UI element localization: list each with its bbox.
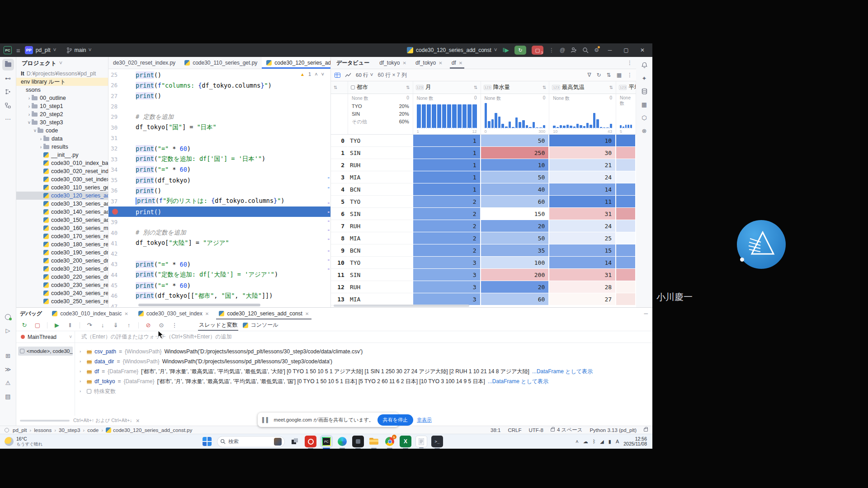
rerun-icon[interactable]: ↻ [21,322,28,328]
index-column-header[interactable]: ⇅ [331,81,348,94]
tree-item[interactable]: ssons [16,86,108,94]
tree-item[interactable]: ˅code [16,127,108,135]
tree-item[interactable]: ›00_outline [16,94,108,102]
table-row[interactable]: 8MIA25025 [331,232,636,244]
close-tab-icon[interactable]: ✕ [403,61,406,66]
rerun-debug-button[interactable]: ↻ [514,46,526,55]
tree-item[interactable]: code30_220_series_drop_inplace.py [16,273,108,281]
ai-assistant-button[interactable]: ✦ [639,73,649,83]
more-tools-button[interactable]: ⋯ [2,113,14,125]
line-number[interactable]: 28 [108,103,136,110]
tree-chevron-icon[interactable]: › [27,96,32,101]
stop-button[interactable]: ▢3 [532,46,543,55]
frames-scrollbar[interactable] [20,420,70,422]
tree-item[interactable]: code30_010_index_basic.py [16,159,108,167]
add-user-icon[interactable] [571,47,577,53]
branch-widget[interactable]: main ˅ [67,47,91,53]
gradle-button[interactable]: ⬡ [639,113,649,122]
refresh-icon[interactable]: ↻ [597,72,601,78]
variable-row[interactable]: ›data_dir={WindowsPath}WindowsPath('D:/p… [75,357,652,366]
variable-row[interactable]: ›csv_path={WindowsPath}WindowsPath('D:/p… [75,347,652,357]
variable-row[interactable]: ›df={DataFrame}['都市', '月', '降水量', '最高気温'… [75,366,652,376]
close-button[interactable]: ✕ [637,47,648,53]
project-tool-button[interactable] [2,59,14,70]
row-count-select[interactable]: 60 行 ˅ [356,72,373,79]
tree-item[interactable]: code30_160_series_modify.py [16,224,108,232]
show-as-dataframe-link[interactable]: ...DataFrame として表示 [488,378,548,385]
column-header[interactable]: 123月⇅ [413,81,481,94]
write-lock-icon[interactable] [644,428,648,432]
sort-icon[interactable]: ⇅ [609,85,613,90]
code-with-me-icon[interactable]: @ [560,47,565,53]
pycharm-logo-icon[interactable]: PC [4,46,12,54]
editor-error-stripe[interactable] [328,70,330,307]
show-as-dataframe-link[interactable]: ...DataFrame として表示 [532,368,593,375]
step-into-icon[interactable]: ↓ [99,322,106,328]
dataview-horizontal-scrollbar[interactable] [334,305,469,307]
line-number[interactable]: 37 [108,198,136,205]
close-tab-icon[interactable]: ✕ [305,311,309,316]
breadcrumb-item[interactable]: lessons [34,427,52,433]
hint-close-icon[interactable]: ✕ [136,418,140,423]
frame-item[interactable]: <module>, code30_120_se [18,347,73,356]
minimize-button[interactable]: ─ [604,47,615,53]
tree-chevron-icon[interactable]: › [27,112,32,117]
tree-item[interactable]: code30_180_series_rename_multi.py [16,240,108,249]
table-row[interactable]: 6SIN215031 [331,208,636,220]
tree-item[interactable]: code30_210_series_drop_multi.py [16,265,108,273]
run-config-selector[interactable]: code30_120_series_add_const ˅ [407,47,497,53]
close-tab-icon[interactable]: ✕ [124,311,128,316]
line-number[interactable]: 40 [108,230,136,236]
tree-item[interactable]: code30_020_reset_index.py [16,167,108,175]
line-number[interactable]: 29 [108,113,136,120]
table-row[interactable]: 13MIA36027 [331,293,636,305]
tree-item[interactable]: ›results [16,143,108,151]
tree-item[interactable]: code30_030_set_index.py [16,175,108,183]
tree-item[interactable]: ›data [16,135,108,143]
line-number[interactable]: 25 [108,71,136,78]
dataview-tab[interactable]: df✕ [447,57,467,69]
editor-horizontal-scrollbar[interactable] [138,304,260,306]
line-number[interactable]: 36 [108,187,136,194]
debug-session-tab[interactable]: code30_030_set_index✕ [134,308,214,319]
chevron-down-icon[interactable]: ˅ [59,60,62,66]
ime-indicator[interactable]: A [616,439,619,444]
tree-item[interactable]: code30_130_series_add_calc.py [16,200,108,208]
table-row[interactable]: 4BCN14014 [331,183,636,196]
view-breakpoints-icon[interactable]: ⊙ [158,322,165,328]
tree-chevron-icon[interactable]: › [27,104,32,109]
variable-row[interactable]: ›特殊変数 [75,386,652,396]
battery-icon[interactable]: ▮ [609,439,611,445]
code-area[interactable]: 25print()26print(f"columns: {df_tokyo.co… [108,70,330,307]
pause-icon[interactable]: ‖ [66,322,74,328]
bluetooth-icon[interactable]: ᛒ [593,439,596,444]
debug-session-tab[interactable]: code30_120_series_add_const✕ [214,308,313,319]
terminal-button[interactable]: >_ [431,436,443,447]
close-tab-icon[interactable]: ✕ [205,311,209,316]
tree-item[interactable]: ˅30_step3 [16,118,108,127]
thread-selector[interactable]: MainThread ˅ [16,331,75,343]
line-number[interactable]: 46 [108,292,136,299]
variable-row[interactable]: ›df_tokyo={DataFrame}['都市', '月', '降水量', … [75,376,652,386]
chart-view-icon[interactable] [345,72,351,78]
tree-item[interactable]: code30_120_series_add_const.py [16,192,108,200]
breakpoint-icon[interactable] [112,209,118,215]
search-icon[interactable] [582,47,589,53]
line-number[interactable]: 33 [108,156,136,163]
tree-item[interactable]: ›10_step1 [16,102,108,110]
tree-item[interactable]: __init__.py [16,151,108,159]
maximize-button[interactable]: ▢ [621,47,632,53]
notepad-button[interactable] [415,436,427,447]
table-row[interactable]: 2RUH11021 [331,159,636,171]
table-row[interactable]: 11SIN320031 [331,269,636,281]
dataview-tab[interactable]: df_tokyo✕ [375,57,411,69]
tree-item[interactable]: code30_200_series_drop_columns.py [16,257,108,265]
table-row[interactable]: 3MIA15024 [331,171,636,183]
tree-item[interactable]: code30_110_series_get.py [16,183,108,192]
chrome-button[interactable]: k [384,436,396,447]
line-number[interactable]: 44 [108,272,136,278]
line-number[interactable]: 47 [108,303,136,307]
services-tool-button[interactable]: ⊞ [2,350,14,361]
project-widget[interactable]: PP pd_plt ˅ [25,46,57,54]
step-out-icon[interactable]: ↑ [125,322,132,328]
